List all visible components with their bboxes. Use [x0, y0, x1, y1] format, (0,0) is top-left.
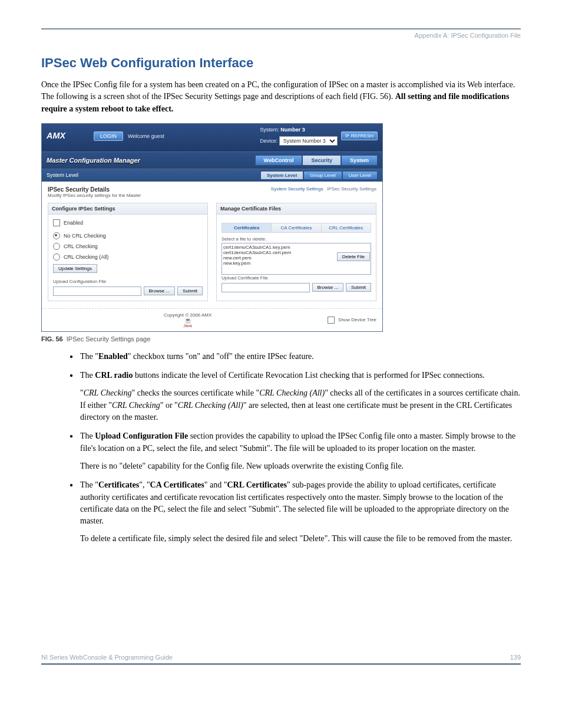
page-footer: NI Series WebConsole & Programming Guide…	[41, 654, 521, 665]
logo-block: AMX LOGIN Welcome guest	[47, 131, 164, 141]
bullet-upload-config: The Upload Configuration File section pr…	[70, 430, 521, 472]
file-item[interactable]: new.key.pem	[223, 261, 369, 266]
link-system-security[interactable]: System Security Settings	[271, 186, 323, 192]
figure-caption-text: IPSec Security Settings page	[67, 335, 150, 342]
refresh-icon: ⟳	[345, 133, 349, 139]
configure-panel: Configure IPSec Settings Enabled No CRL …	[48, 203, 208, 301]
upload-config-label: Upload Configuration File	[53, 279, 203, 284]
syslevel-row: System Level System Level Group Level Us…	[42, 169, 382, 182]
subtab-ca-certificates[interactable]: CA Certificates	[272, 223, 321, 232]
upload-cert-input[interactable]	[222, 283, 310, 292]
refresh-label: REFRESH	[351, 133, 373, 139]
welcome-text: Welcome guest	[128, 133, 164, 139]
subtab-group-level[interactable]: Group Level	[303, 171, 342, 180]
select-file-note: Select a file to delete.	[222, 236, 371, 242]
system-info: System: Number 3 Device: System Number 3	[260, 127, 338, 146]
refresh-button[interactable]: ⟳REFRESH	[341, 131, 378, 140]
subtab-crl-certificates[interactable]: CRL Certificates	[322, 223, 371, 232]
browse-config-button[interactable]: Browse ...	[144, 286, 176, 295]
certificates-header: Manage Certificate Files	[216, 203, 376, 215]
radio-crl-all-label: CRL Checking (All)	[64, 254, 108, 260]
system-label: System:	[260, 127, 279, 133]
file-item[interactable]: cert1demoCA3subCA1.key.pem	[223, 245, 369, 250]
details-panel: IPSec Security Details Modify IPSec secu…	[42, 182, 382, 308]
system-value: Number 3	[280, 127, 305, 133]
delete-file-button[interactable]: Delete File	[337, 252, 370, 261]
link-ipsec-security[interactable]: IPSec Security Settings	[327, 186, 376, 192]
svg-text:AMX: AMX	[47, 131, 66, 140]
mcm-title: Master Configuration Manager	[47, 157, 140, 164]
level-subtabs: System Level Group Level User Level	[260, 171, 378, 180]
enabled-checkbox[interactable]	[53, 219, 60, 226]
upload-config-input[interactable]	[53, 286, 141, 296]
subtab-user-level[interactable]: User Level	[342, 171, 378, 180]
enabled-label: Enabled	[64, 220, 83, 226]
java-cup-icon: ☕	[184, 317, 191, 324]
bullet-list: The "Enabled" checkbox turns "on" and "o…	[41, 351, 521, 545]
login-button[interactable]: LOGIN	[94, 131, 123, 141]
figure-56: AMX LOGIN Welcome guest System: Number 3…	[41, 123, 521, 332]
upload-cert-label: Upload Certificate File	[222, 275, 371, 281]
tab-security[interactable]: Security	[302, 155, 341, 166]
tab-webcontrol[interactable]: WebControl	[255, 155, 303, 166]
java-label: Java	[183, 324, 192, 328]
update-settings-button[interactable]: Update Settings	[53, 264, 97, 273]
bullet-certificates: The "Certificates", "CA Certificates" an…	[70, 479, 521, 545]
java-badge: ☕Java	[48, 318, 328, 328]
tab-system[interactable]: System	[341, 155, 378, 166]
radio-crl-label: CRL Checking	[64, 243, 98, 249]
shot-footer: Copyright © 2006 AMX ☕Java Show Device T…	[42, 308, 382, 331]
subtab-system-level[interactable]: System Level	[260, 171, 303, 180]
settings-links: System Security Settings IPSec Security …	[271, 186, 376, 192]
details-heading: IPSec Security Details	[48, 186, 141, 193]
section-title: IPSec Web Configuration Interface	[41, 55, 521, 71]
syslevel-title: System Level	[47, 172, 78, 178]
intro-paragraph: Once the IPSec Config file for a system …	[41, 79, 521, 115]
certificates-panel: Manage Certificate Files Certificates CA…	[216, 203, 376, 301]
amx-logo-icon: AMX	[47, 131, 89, 141]
browse-cert-button[interactable]: Browse ...	[312, 283, 344, 292]
show-tree-label: Show Device Tree	[338, 317, 376, 322]
configure-header: Configure IPSec Settings	[48, 203, 208, 215]
radio-crl[interactable]	[53, 243, 60, 250]
radio-no-crl-label: No CRL Checking	[64, 233, 106, 239]
subtab-certificates[interactable]: Certificates	[222, 223, 272, 232]
screenshot-panel: AMX LOGIN Welcome guest System: Number 3…	[41, 123, 383, 332]
footer-page-number: 139	[510, 654, 521, 661]
bullet-crl-radio: The CRL radio buttons indicate the level…	[70, 370, 521, 423]
figure-number: FIG. 56	[41, 335, 63, 342]
footer-title: NI Series WebConsole & Programming Guide	[41, 654, 173, 661]
radio-crl-all[interactable]	[53, 253, 60, 261]
main-tabs: WebControl Security System	[255, 155, 378, 166]
details-subheading: Modify IPSec security settings for the M…	[48, 193, 141, 198]
radio-no-crl[interactable]	[53, 232, 60, 239]
mcm-row: Master Configuration Manager WebControl …	[42, 151, 382, 169]
submit-config-button[interactable]: Submit	[177, 286, 203, 295]
shot-topbar: AMX LOGIN Welcome guest System: Number 3…	[42, 124, 382, 151]
cert-subtabs: Certificates CA Certificates CRL Certifi…	[222, 223, 371, 233]
device-label: Device:	[260, 138, 277, 144]
header-appendix: Appendix A: IPSec Configuration File	[41, 32, 521, 39]
submit-cert-button[interactable]: Submit	[346, 283, 371, 292]
bullet-enabled: The "Enabled" checkbox turns "on" and "o…	[70, 351, 521, 363]
device-select[interactable]: System Number 3	[279, 136, 338, 146]
figure-caption: FIG. 56 IPSec Security Settings page	[41, 335, 521, 342]
show-tree-checkbox[interactable]	[328, 317, 335, 324]
